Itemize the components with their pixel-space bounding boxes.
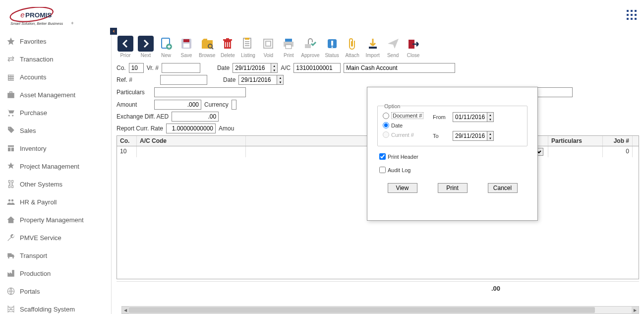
sidebar-item-sales[interactable]: Sales: [0, 122, 111, 139]
option-document-label[interactable]: Document #: [391, 112, 423, 119]
dialog-print-button[interactable]: Print: [438, 183, 468, 193]
sidebar-item-label: Accounts: [20, 73, 46, 81]
svg-point-34: [331, 47, 333, 48]
option-date-label[interactable]: Date: [391, 123, 403, 128]
ac-name-input[interactable]: [344, 63, 455, 73]
cell-particulars[interactable]: [548, 146, 603, 157]
prior-button[interactable]: Prior: [117, 35, 134, 59]
option-document-radio[interactable]: [383, 113, 389, 119]
wrench-icon: [6, 233, 16, 243]
to-date-input[interactable]: [453, 131, 487, 141]
scroll-right-arrow[interactable]: ▶: [632, 307, 639, 314]
audit-log-label[interactable]: Audit Log: [388, 167, 410, 173]
project-icon: [6, 161, 16, 171]
people-icon: [6, 197, 16, 207]
sidebar-item-property-management[interactable]: Property Management: [0, 211, 111, 229]
sidebar-item-inventory[interactable]: Inventory: [0, 139, 111, 157]
sidebar-item-label: Portals: [20, 288, 40, 295]
sidebar-item-label: PMVE Service: [20, 234, 61, 242]
print-button[interactable]: Print: [280, 35, 297, 59]
import-button[interactable]: Import: [364, 35, 382, 59]
sidebar-item-accounts[interactable]: Accounts: [0, 68, 111, 86]
attach-button[interactable]: Attach: [344, 35, 361, 59]
status-button[interactable]: Status: [323, 35, 341, 59]
delete-button[interactable]: Delete: [219, 35, 236, 59]
sidebar-item-transaction[interactable]: Transaction: [0, 50, 111, 68]
next-button[interactable]: Next: [137, 35, 155, 59]
dialog-view-button[interactable]: View: [388, 183, 417, 193]
void-button[interactable]: Void: [259, 35, 277, 59]
currency-input[interactable]: [232, 100, 236, 110]
save-button[interactable]: Save: [177, 35, 195, 59]
sidebar-item-hr-payroll[interactable]: HR & Payroll: [0, 193, 111, 211]
sidebar-item-label: Production: [20, 270, 51, 277]
col-header-particulars[interactable]: Particulars: [548, 136, 603, 146]
vr-input[interactable]: [162, 63, 200, 73]
new-button[interactable]: New: [157, 35, 175, 59]
sidebar-item-label: Transport: [20, 252, 47, 259]
sidebar-item-label: HR & Payroll: [20, 198, 57, 206]
sidebar-item-production[interactable]: Production: [0, 264, 111, 282]
svg-rect-5: [627, 10, 629, 12]
currency-label: Currency: [204, 101, 229, 108]
exchange-label: Exchange Diff. AED: [117, 113, 169, 120]
print-header-checkbox[interactable]: [379, 153, 386, 160]
sidebar-item-pmve-service[interactable]: PMVE Service: [0, 229, 111, 247]
col-header-co[interactable]: Co.: [117, 136, 137, 146]
epromis-logo: e PROMIS Smart Solution, Better Business…: [7, 7, 82, 26]
svg-rect-7: [635, 10, 637, 12]
ac-code-input[interactable]: [293, 63, 341, 73]
from-date-input[interactable]: [453, 112, 487, 122]
toolbar: Prior Next New Save Browse Delete Listin…: [117, 35, 639, 59]
apps-grid-icon[interactable]: [627, 10, 637, 23]
svg-rect-11: [627, 18, 629, 20]
co-input[interactable]: [129, 63, 144, 73]
date2-input[interactable]: [238, 75, 277, 85]
to-label: To: [433, 133, 448, 139]
sidebar-item-transport[interactable]: Transport: [0, 247, 111, 264]
listing-button[interactable]: Listing: [239, 35, 257, 59]
cell-job[interactable]: 0: [603, 146, 633, 157]
req-input[interactable]: [533, 87, 573, 97]
print-header-label[interactable]: Print Header: [388, 154, 418, 160]
sidebar-item-portals[interactable]: Portals: [0, 282, 111, 300]
audit-log-checkbox[interactable]: [379, 167, 386, 173]
horizontal-scrollbar[interactable]: ◀ ▶: [121, 306, 639, 314]
svg-rect-25: [245, 38, 249, 40]
globe-icon: [6, 286, 16, 296]
col-header-job[interactable]: Job #: [603, 136, 633, 146]
scroll-left-arrow[interactable]: ◀: [122, 307, 129, 314]
scroll-thumb[interactable]: [129, 307, 595, 313]
from-date-spinner[interactable]: ▲▼: [487, 112, 494, 122]
ref-input[interactable]: [160, 75, 207, 85]
sidebar-item-favorites[interactable]: Favorites: [0, 32, 111, 50]
exchange-input[interactable]: [172, 112, 219, 122]
amount-input[interactable]: [154, 100, 201, 110]
sidebar-item-other-systems[interactable]: Other Systems: [0, 175, 111, 193]
svg-rect-18: [183, 39, 189, 42]
date1-spinner[interactable]: ▲▼: [271, 63, 278, 73]
cell-ac[interactable]: [137, 146, 246, 157]
dialog-cancel-button[interactable]: Cancel: [488, 183, 518, 193]
to-date-spinner[interactable]: ▲▼: [487, 131, 494, 141]
cell-co[interactable]: 10: [117, 146, 137, 157]
date1-input[interactable]: [233, 63, 271, 73]
sidebar-item-label: Inventory: [20, 145, 46, 152]
sidebar-item-purchase[interactable]: Purchase: [0, 104, 111, 122]
option-date-radio[interactable]: [383, 122, 389, 128]
approve-button[interactable]: Approve: [300, 35, 320, 59]
browse-button[interactable]: Browse: [198, 35, 216, 59]
particulars-input-1[interactable]: [154, 87, 246, 97]
col-header-ac[interactable]: A/C Code: [137, 136, 246, 146]
report-rate-input[interactable]: [166, 124, 216, 133]
sidebar-item-label: Favorites: [20, 38, 46, 45]
send-button[interactable]: Send: [384, 35, 402, 59]
date2-spinner[interactable]: ▲▼: [277, 75, 284, 85]
vr-label: Vr. #: [147, 64, 159, 71]
sidebar-item-project-management[interactable]: Project Management: [0, 157, 111, 175]
sidebar-item-scaffolding-system[interactable]: Scaffolding System: [0, 300, 111, 314]
systems-icon: [6, 179, 16, 189]
sidebar-item-asset-management[interactable]: Asset Management: [0, 86, 111, 104]
asset-icon: [6, 90, 16, 100]
close-button[interactable]: Close: [405, 35, 422, 59]
